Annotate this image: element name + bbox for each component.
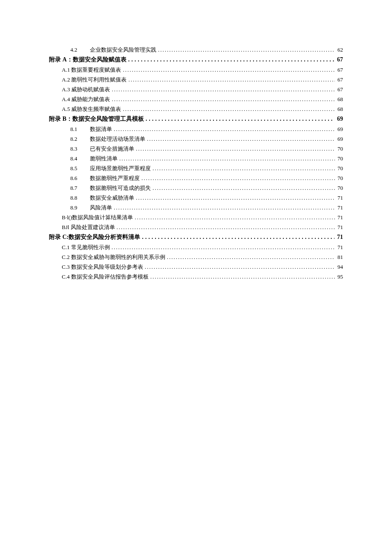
toc-entry-page: 71 bbox=[337, 215, 343, 220]
toc-entry-label: 脆弱性清单 bbox=[90, 156, 118, 161]
toc-entry: 8.8数据安全威胁清单71 bbox=[70, 195, 343, 200]
toc-leader-dots bbox=[146, 116, 334, 122]
toc-entry-number: 8.4 bbox=[70, 156, 82, 161]
toc-entry: 8.3已有安全措施清单70 bbox=[70, 146, 343, 151]
toc-entry: A.5 威胁发生频率赋值表68 bbox=[62, 106, 343, 112]
toc-leader-dots bbox=[128, 57, 334, 63]
toc-entry-label: C.3 数据安全风险等级划分参考表 bbox=[62, 264, 143, 270]
toc-entry: 4.2企业数据安全风险管理实践62 bbox=[70, 47, 343, 52]
toc-entry-number: 8.7 bbox=[70, 185, 82, 191]
table-of-contents: 4.2企业数据安全风险管理实践62附录 A：数据安全风险赋值表67A.1 数据重… bbox=[49, 47, 343, 279]
toc-entry-page: 67 bbox=[337, 77, 343, 82]
toc-entry-label: 附录 B：数据安全风险管理工具模板 bbox=[49, 116, 144, 122]
toc-entry-page: 68 bbox=[337, 96, 343, 102]
toc-entry-page: 70 bbox=[337, 175, 343, 181]
toc-entry-page: 69 bbox=[337, 136, 343, 142]
toc-entry-page: 69 bbox=[337, 116, 343, 122]
toc-entry: A.4 威胁能力赋值表68 bbox=[62, 96, 343, 102]
toc-entry-page: 71 bbox=[337, 234, 343, 240]
toc-leader-dots bbox=[114, 205, 335, 210]
toc-leader-dots bbox=[119, 156, 335, 161]
toc-entry-number: 8.1 bbox=[70, 126, 82, 132]
toc-leader-dots bbox=[150, 274, 335, 279]
toc-entry: 8.9风险清单71 bbox=[70, 205, 343, 210]
toc-entry-page: 70 bbox=[337, 166, 343, 171]
toc-entry-number: 4.2 bbox=[70, 47, 82, 52]
toc-entry-page: 68 bbox=[337, 106, 343, 112]
toc-entry-number: 8.3 bbox=[70, 146, 82, 151]
toc-entry-page: 95 bbox=[337, 274, 343, 279]
toc-leader-dots bbox=[117, 224, 335, 230]
toc-entry-page: 94 bbox=[337, 264, 343, 270]
toc-entry-number: 8.8 bbox=[70, 195, 82, 200]
toc-entry-page: 67 bbox=[337, 87, 343, 92]
toc-entry-page: 81 bbox=[337, 254, 343, 260]
toc-leader-dots bbox=[112, 96, 335, 102]
toc-entry-label: 已有安全措施清单 bbox=[90, 146, 134, 151]
toc-entry: A.3 威胁动机赋值表67 bbox=[62, 87, 343, 92]
toc-leader-dots bbox=[136, 195, 335, 200]
toc-entry: BJl 风险处置建议清单71 bbox=[62, 224, 343, 230]
toc-entry-page: 71 bbox=[337, 205, 343, 210]
toc-entry: 8.4脆弱性清单70 bbox=[70, 156, 343, 161]
toc-leader-dots bbox=[112, 87, 335, 92]
toc-entry-page: 67 bbox=[337, 67, 343, 73]
toc-entry-page: 70 bbox=[337, 156, 343, 161]
toc-entry: A.2 脆弱性可利用性赋值表67 bbox=[62, 77, 343, 82]
toc-entry: 8.5应用场景脆弱性严重程度70 bbox=[70, 166, 343, 171]
toc-entry: 8.1数据清单69 bbox=[70, 126, 343, 132]
toc-leader-dots bbox=[153, 166, 335, 171]
toc-entry-label: BJl 风险处置建议清单 bbox=[62, 224, 115, 230]
toc-entry: 8.7数据脆弱性可造成的损失70 bbox=[70, 185, 343, 191]
toc-entry: 8.2数据处理活动场景清单69 bbox=[70, 136, 343, 142]
toc-leader-dots bbox=[145, 264, 335, 270]
toc-entry-label: A.3 威胁动机赋值表 bbox=[62, 87, 110, 92]
toc-entry-label: C.4 数据安全风险评估报告参考模板 bbox=[62, 274, 149, 279]
toc-entry: C.1 常见脆弱性示例71 bbox=[62, 244, 343, 250]
toc-entry-label: A.2 脆弱性可利用性赋值表 bbox=[62, 77, 127, 82]
toc-entry-page: 71 bbox=[337, 195, 343, 200]
toc-entry-label: 数据脆弱性可造成的损失 bbox=[90, 185, 151, 191]
toc-entry-label: B·l()数据风险值计算结果清单 bbox=[62, 215, 133, 220]
toc-entry-page: 69 bbox=[337, 126, 343, 132]
toc-entry-label: C.1 常见脆弱性示例 bbox=[62, 244, 110, 250]
toc-entry-label: C.2 数据安全威胁与脆弱性的利用关系示例 bbox=[62, 254, 165, 260]
toc-entry-number: 8.5 bbox=[70, 166, 82, 171]
toc-entry-page: 62 bbox=[337, 47, 343, 52]
toc-leader-dots bbox=[136, 146, 335, 151]
toc-entry-label: 应用场景脆弱性严重程度 bbox=[90, 166, 151, 171]
toc-entry-label: 数据处理活动场景清单 bbox=[90, 136, 145, 142]
toc-entry-label: 企业数据安全风险管理实践 bbox=[90, 47, 156, 52]
toc-entry-label: 数据脆弱性严重程度 bbox=[90, 175, 140, 181]
toc-leader-dots bbox=[167, 254, 335, 260]
toc-entry-label: A.1 数据重要程度赋值表 bbox=[62, 67, 121, 73]
toc-leader-dots bbox=[123, 67, 335, 73]
toc-leader-dots bbox=[112, 244, 335, 250]
toc-entry-label: 附录 A：数据安全风险赋值表 bbox=[49, 57, 127, 63]
toc-entry-label: A.4 威胁能力赋值表 bbox=[62, 96, 110, 102]
toc-entry: 附录 B：数据安全风险管理工具模板69 bbox=[49, 116, 343, 122]
toc-entry-page: 71 bbox=[337, 244, 343, 250]
toc-entry-label: A.5 威胁发生频率赋值表 bbox=[62, 106, 121, 112]
toc-entry-label: 附录 C:数据安全风险分析资料清单 bbox=[49, 234, 140, 240]
toc-entry-label: 风险清单 bbox=[90, 205, 112, 210]
toc-entry: B·l()数据风险值计算结果清单71 bbox=[62, 215, 343, 220]
toc-entry-number: 8.2 bbox=[70, 136, 82, 142]
toc-leader-dots bbox=[128, 77, 335, 82]
toc-entry-page: 71 bbox=[337, 224, 343, 230]
toc-leader-dots bbox=[135, 215, 335, 220]
toc-leader-dots bbox=[123, 106, 335, 112]
toc-entry: A.1 数据重要程度赋值表67 bbox=[62, 67, 343, 73]
toc-leader-dots bbox=[147, 136, 335, 142]
toc-entry: C.4 数据安全风险评估报告参考模板95 bbox=[62, 274, 343, 279]
toc-leader-dots bbox=[142, 234, 334, 240]
toc-entry: 附录 C:数据安全风险分析资料清单71 bbox=[49, 234, 343, 240]
toc-leader-dots bbox=[141, 175, 335, 181]
toc-entry-label: 数据清单 bbox=[90, 126, 112, 132]
toc-entry-page: 70 bbox=[337, 185, 343, 191]
toc-leader-dots bbox=[114, 126, 335, 132]
toc-entry: C.3 数据安全风险等级划分参考表94 bbox=[62, 264, 343, 270]
toc-entry-page: 70 bbox=[337, 146, 343, 151]
toc-entry: 8.6数据脆弱性严重程度70 bbox=[70, 175, 343, 181]
toc-entry: 附录 A：数据安全风险赋值表67 bbox=[49, 57, 343, 63]
